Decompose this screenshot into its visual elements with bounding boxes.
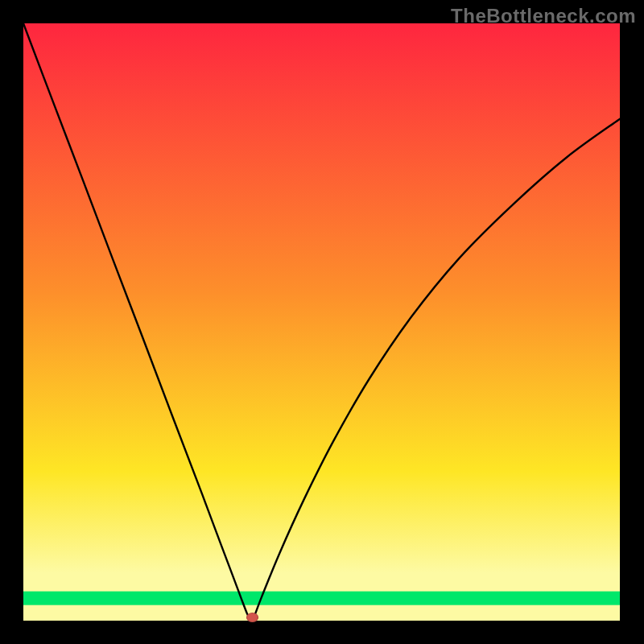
watermark-text: TheBottleneck.com bbox=[451, 5, 636, 27]
chart-stage: TheBottleneck.com bbox=[0, 0, 644, 644]
plot-area bbox=[23, 23, 620, 621]
minimum-marker bbox=[247, 613, 258, 622]
bottleneck-chart bbox=[0, 0, 644, 644]
